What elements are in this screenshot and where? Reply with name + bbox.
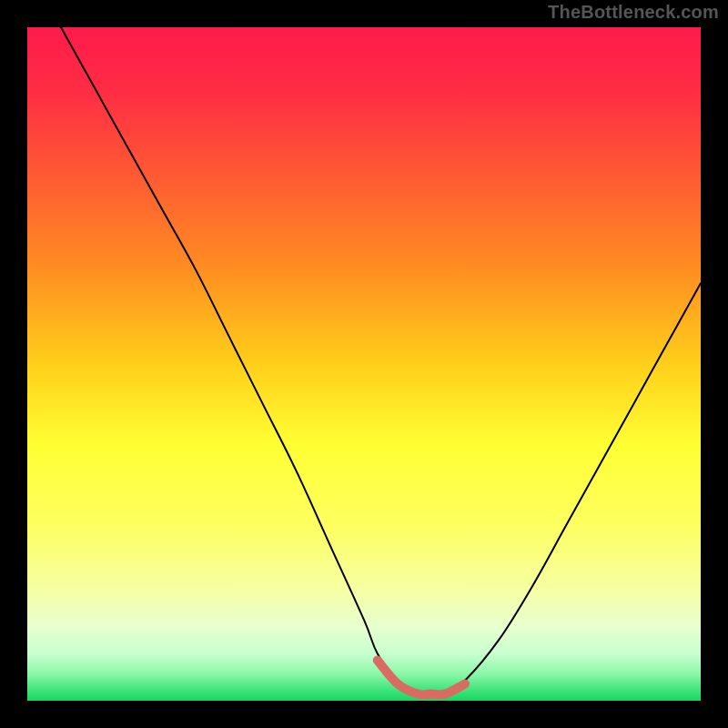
watermark-text: TheBottleneck.com bbox=[548, 2, 719, 23]
plot-area bbox=[27, 27, 701, 701]
gradient-background bbox=[27, 27, 701, 701]
bottleneck-chart bbox=[27, 27, 701, 701]
chart-frame: TheBottleneck.com bbox=[0, 0, 728, 728]
